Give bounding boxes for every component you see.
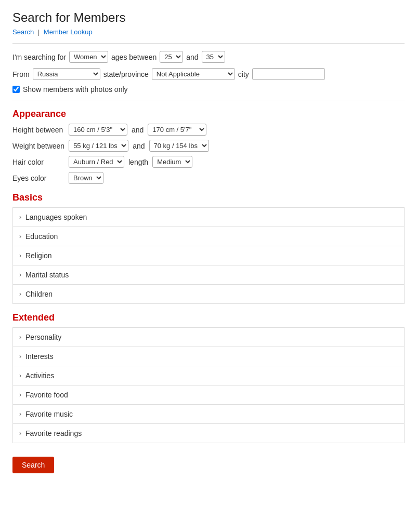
extended-personality-item[interactable]: › Personality bbox=[13, 328, 404, 347]
basics-list: › Languages spoken › Education › Religio… bbox=[12, 207, 405, 304]
extended-list: › Personality › Interests › Activities ›… bbox=[12, 327, 405, 443]
show-photos-checkbox[interactable] bbox=[12, 86, 20, 93]
basics-languages-label: Languages spoken bbox=[25, 213, 87, 221]
weight-max-select[interactable]: Any 45 kg / 99 lbs 50 kg / 110 lbs 55 kg… bbox=[149, 140, 209, 152]
chevron-interests-icon: › bbox=[19, 353, 21, 360]
basics-children-label: Children bbox=[25, 290, 53, 298]
basics-marital-item[interactable]: › Marital status bbox=[13, 265, 404, 285]
city-input[interactable] bbox=[252, 68, 325, 80]
extended-interests-label: Interests bbox=[25, 352, 54, 361]
and-label-age: and bbox=[186, 53, 198, 61]
extended-interests-item[interactable]: › Interests bbox=[13, 347, 404, 366]
extended-favorite-music-item[interactable]: › Favorite music bbox=[13, 405, 404, 424]
and-label-height: and bbox=[132, 126, 144, 134]
extended-activities-label: Activities bbox=[25, 371, 54, 380]
age-min-select[interactable]: 18192021 22232425 26272830 35404550 bbox=[160, 51, 183, 63]
country-select[interactable]: Russia Ukraine USA Germany bbox=[33, 68, 100, 80]
searching-for-label: I'm searching for bbox=[12, 53, 66, 61]
chevron-readings-icon: › bbox=[19, 430, 21, 437]
chevron-education-icon: › bbox=[19, 233, 21, 240]
extended-personality-label: Personality bbox=[25, 333, 61, 341]
hair-color-select[interactable]: Any Black Blonde Auburn / Red Brown Gray… bbox=[69, 156, 124, 168]
state-province-label: state/province bbox=[103, 70, 149, 78]
basics-education-item[interactable]: › Education bbox=[13, 227, 404, 246]
breadcrumb-search-link[interactable]: Search bbox=[12, 28, 34, 36]
state-select[interactable]: Not Applicable Moscow Saint Petersburg bbox=[152, 68, 235, 80]
breadcrumb-member-lookup-link[interactable]: Member Lookup bbox=[44, 28, 93, 36]
extended-favorite-readings-item[interactable]: › Favorite readings bbox=[13, 424, 404, 443]
divider-appearance bbox=[12, 100, 405, 100]
from-label: From bbox=[12, 70, 30, 78]
basics-languages-item[interactable]: › Languages spoken bbox=[13, 208, 404, 227]
show-photos-row: Show members with photos only bbox=[12, 85, 405, 94]
chevron-food-icon: › bbox=[19, 391, 21, 398]
chevron-marital-icon: › bbox=[19, 271, 21, 278]
divider-top bbox=[12, 43, 405, 44]
height-min-select[interactable]: Any 140 cm / 4'7" 145 cm / 4'9" 150 cm /… bbox=[69, 124, 127, 136]
extended-title: Extended bbox=[12, 312, 405, 323]
city-label: city bbox=[238, 70, 249, 78]
chevron-activities-icon: › bbox=[19, 372, 21, 379]
extended-food-label: Favorite food bbox=[25, 391, 68, 399]
age-max-select[interactable]: 25262728 29303132 33343540 45505560 bbox=[202, 51, 225, 63]
breadcrumb: Search | Member Lookup bbox=[12, 28, 405, 36]
from-row: From Russia Ukraine USA Germany state/pr… bbox=[12, 68, 405, 80]
weight-label: Weight between bbox=[12, 142, 64, 150]
eyes-color-select[interactable]: Any Black Blue Brown Gray Green Hazel bbox=[69, 172, 103, 184]
chevron-religion-icon: › bbox=[19, 252, 21, 259]
show-photos-label[interactable]: Show members with photos only bbox=[23, 85, 128, 94]
gender-select[interactable]: Women Men Anyone bbox=[69, 51, 108, 63]
basics-children-item[interactable]: › Children bbox=[13, 285, 404, 303]
basics-religion-item[interactable]: › Religion bbox=[13, 246, 404, 265]
height-label: Height between bbox=[12, 126, 64, 134]
hair-length-label: length bbox=[128, 158, 148, 166]
page-title: Search for Members bbox=[12, 10, 405, 25]
chevron-music-icon: › bbox=[19, 410, 21, 418]
chevron-languages-icon: › bbox=[19, 214, 21, 221]
appearance-title: Appearance bbox=[12, 109, 405, 119]
basics-religion-label: Religion bbox=[25, 251, 52, 260]
extended-readings-label: Favorite readings bbox=[25, 429, 82, 437]
search-button[interactable]: Search bbox=[12, 457, 54, 473]
basics-education-label: Education bbox=[25, 232, 58, 241]
hair-length-select[interactable]: Any Short Medium Long bbox=[152, 156, 192, 168]
chevron-personality-icon: › bbox=[19, 334, 21, 341]
chevron-children-icon: › bbox=[19, 290, 21, 298]
basics-title: Basics bbox=[12, 192, 405, 203]
height-row: Height between Any 140 cm / 4'7" 145 cm … bbox=[12, 124, 405, 136]
extended-activities-item[interactable]: › Activities bbox=[13, 366, 404, 385]
eyes-color-row: Eyes color Any Black Blue Brown Gray Gre… bbox=[12, 172, 405, 184]
weight-min-select[interactable]: Any 45 kg / 99 lbs 50 kg / 110 lbs 55 kg… bbox=[69, 140, 128, 152]
basics-marital-label: Marital status bbox=[25, 271, 69, 279]
height-max-select[interactable]: Any 140 cm / 4'7" 145 cm / 4'9" 150 cm /… bbox=[148, 124, 206, 136]
extended-favorite-food-item[interactable]: › Favorite food bbox=[13, 385, 404, 405]
breadcrumb-separator: | bbox=[38, 28, 40, 36]
and-label-weight: and bbox=[133, 142, 145, 150]
weight-row: Weight between Any 45 kg / 99 lbs 50 kg … bbox=[12, 140, 405, 152]
eyes-color-label: Eyes color bbox=[12, 174, 64, 182]
hair-color-row: Hair color Any Black Blonde Auburn / Red… bbox=[12, 156, 405, 168]
extended-music-label: Favorite music bbox=[25, 410, 73, 418]
hair-color-label: Hair color bbox=[12, 158, 64, 166]
searching-for-row: I'm searching for Women Men Anyone ages … bbox=[12, 51, 405, 63]
ages-between-label: ages between bbox=[111, 53, 157, 61]
